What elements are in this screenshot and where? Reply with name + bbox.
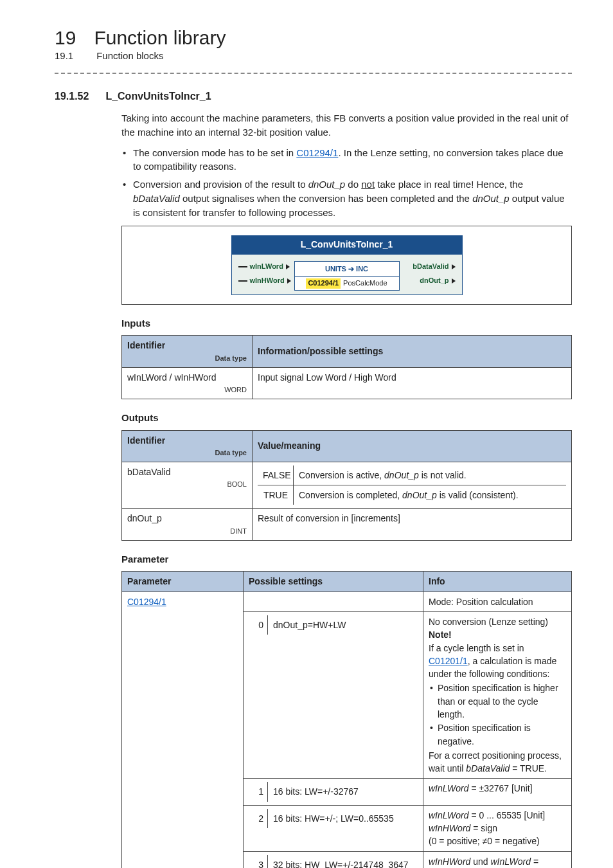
b2-i1: dnOut_p — [308, 179, 346, 190]
subsection-title: Function blocks — [96, 50, 163, 61]
port-out2: dnOut_p — [420, 276, 449, 286]
i3-a: wInHWord — [429, 856, 470, 867]
arrow-right-icon — [452, 264, 456, 269]
fb-center-box: UNITS ➔ INC C01294/1 PosCalcMode — [294, 261, 400, 291]
th-id-sub: Data type — [127, 448, 247, 458]
port-in1: wInLWord — [250, 262, 283, 272]
s2-key: 2 — [249, 809, 268, 828]
output-info-2: Result of conversion in [increments] — [253, 509, 572, 540]
output-type-2: DINT — [127, 527, 247, 537]
bullet-1: The conversion mode has to be set in C01… — [121, 146, 572, 174]
b2-i2: bDataValid — [133, 193, 180, 204]
bullet-2: Conversion and provision of the result t… — [121, 177, 572, 219]
chapter-number: 19 — [55, 27, 76, 49]
i2-a: wInLWord — [429, 810, 469, 820]
i0-link[interactable]: C01201/1 — [429, 656, 468, 666]
v1i: dnOut_p — [384, 470, 419, 480]
s1-key: 1 — [249, 782, 268, 801]
inputs-table: Identifier Data type Information/possibl… — [121, 335, 572, 399]
s0-val: dnOut_p=HW+LW — [268, 615, 418, 635]
table-row: C01294/1 Mode: Position calculation — [122, 592, 572, 611]
input-type: WORD — [127, 385, 247, 395]
i0-note: Note! — [429, 629, 452, 640]
b1-link[interactable]: C01294/1 — [296, 147, 338, 158]
wire-icon — [238, 266, 247, 267]
arrow-icon: ➔ — [348, 264, 354, 275]
parameter-table: Parameter Possible settings Info C01294/… — [121, 571, 572, 868]
output-type: BOOL — [127, 480, 247, 490]
val-key-true: TRUE — [258, 485, 294, 505]
i0-l1: No conversion (Lenze setting) — [429, 615, 566, 628]
i1-a: wInLWord — [429, 783, 469, 793]
inputs-th-identifier: Identifier Data type — [122, 336, 253, 367]
i2-b: = 0 ... 65535 [Unit] — [469, 810, 546, 820]
b1-text-a: The conversion mode has to be set in — [133, 147, 296, 158]
b2-not: not — [361, 179, 375, 190]
i2-e: (0 = positive; ≠0 = negative) — [429, 835, 566, 847]
port-out1: bDataValid — [413, 262, 449, 272]
outputs-th-identifier: Identifier Data type — [122, 430, 253, 462]
s1-val: 16 bits: LW=+/-32767 — [268, 782, 418, 801]
param-th-settings: Possible settings — [244, 572, 423, 592]
i0-l3i: bDataValid — [466, 763, 510, 773]
s2-val: 16 bits: HW=+/-; LW=0..65535 — [268, 809, 418, 828]
inputs-th-info: Information/possible settings — [253, 336, 572, 367]
s3-key: 3 — [249, 855, 268, 868]
section-number: 19.1.52 — [55, 91, 89, 102]
outputs-heading: Outputs — [121, 411, 572, 425]
table-row: wInLWord / wInHWord WORD Input signal Lo… — [122, 367, 572, 399]
i3-mid: und — [470, 856, 490, 867]
output-id-2: dnOut_p — [127, 513, 162, 523]
i0-b1: Position specification is higher than or… — [429, 682, 566, 721]
param-th-parameter: Parameter — [122, 572, 244, 592]
param-link[interactable]: C01294/1 — [127, 597, 166, 607]
s0-key: 0 — [249, 615, 268, 635]
mode-label: Mode: Position calculation — [423, 592, 572, 611]
val-key-false: FALSE — [258, 466, 294, 485]
chapter-title: Function library — [94, 27, 226, 49]
arrow-right-icon — [452, 278, 456, 284]
v2a: Conversion is completed, — [299, 490, 402, 500]
param-th-info: Info — [423, 572, 572, 592]
v2i: dnOut_p — [402, 490, 437, 500]
fb-title: L_ConvUnitsToIncr_1 — [231, 235, 463, 253]
intro-paragraph: Taking into account the machine paramete… — [121, 111, 572, 140]
separator — [55, 73, 572, 74]
cb-inc: INC — [356, 265, 368, 273]
i0-l2a: If a cycle length is set in — [429, 643, 524, 653]
i2-c: wInHWord — [429, 823, 470, 833]
b2-i3: dnOut_p — [472, 193, 510, 204]
parameter-heading: Parameter — [121, 552, 572, 566]
th-id-sub: Data type — [127, 354, 247, 364]
input-id: wInLWord / wInHWord — [127, 372, 217, 383]
input-info: Input signal Low Word / High Word — [253, 367, 572, 399]
s3-val: 32 bits: HW_LW=+/-214748_3647 — [268, 855, 418, 868]
v1b: is not valid. — [419, 470, 466, 480]
cb-code: C01294/1 — [306, 278, 341, 289]
arrow-right-icon — [287, 278, 291, 284]
th-id-label: Identifier — [127, 340, 165, 350]
b2-text-d: output signalises when the conversion ha… — [180, 193, 472, 204]
fb-diagram: L_ConvUnitsToIncr_1 wInLWord bDataValid — [121, 226, 572, 304]
wire-icon — [238, 280, 247, 282]
i0-l3b: = TRUE. — [510, 763, 547, 773]
b2-text-c: take place in real time! Hence, the — [375, 179, 523, 190]
outputs-table: Identifier Data type Value/meaning bData… — [121, 430, 572, 541]
th-id-label: Identifier — [127, 435, 165, 446]
i1-b: = ±32767 [Unit] — [469, 783, 533, 793]
cb-label: PosCalcMode — [343, 278, 387, 289]
i3-b: wInLWord — [491, 856, 531, 867]
table-row: dnOut_p DINT Result of conversion in [in… — [122, 509, 572, 540]
cb-units: UNITS — [325, 265, 346, 273]
port-in2: wInHWord — [250, 276, 285, 286]
outputs-th-value: Value/meaning — [253, 430, 572, 462]
i2-d: = sign — [470, 823, 497, 833]
table-row: bDataValid BOOL FALSE Conversion is acti… — [122, 462, 572, 509]
section-title: L_ConvUnitsToIncr_1 — [105, 91, 211, 102]
subsection-number: 19.1 — [55, 50, 73, 61]
b2-text-a: Conversion and provision of the result t… — [133, 179, 308, 190]
v1a: Conversion is active, — [299, 470, 384, 480]
arrow-right-icon — [286, 264, 290, 269]
output-id: bDataValid — [127, 467, 170, 477]
b2-text-b: do — [345, 179, 361, 190]
